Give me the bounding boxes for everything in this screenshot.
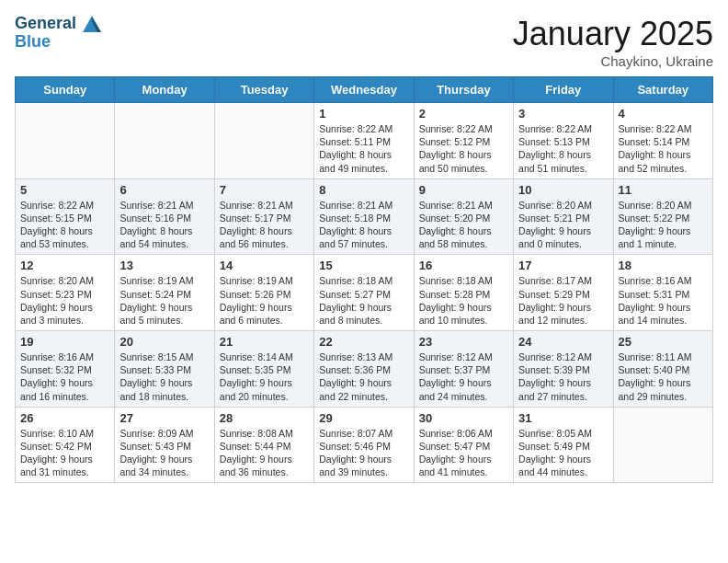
cell-info-line: Daylight: 9 hours — [119, 376, 209, 389]
calendar-day-25: 25Sunrise: 8:11 AMSunset: 5:40 PMDayligh… — [613, 331, 712, 408]
cell-info-line: Sunset: 5:13 PM — [518, 135, 608, 148]
cell-info-line: Daylight: 9 hours — [619, 301, 708, 314]
day-number: 27 — [119, 411, 209, 425]
cell-info-line: and 5 minutes. — [119, 314, 209, 327]
cell-info-line: Sunrise: 8:10 AM — [20, 427, 109, 440]
cell-info-line: and 56 minutes. — [220, 237, 309, 250]
cell-info-line: Sunset: 5:40 PM — [619, 363, 708, 376]
cell-info-line: Daylight: 9 hours — [319, 301, 408, 314]
cell-info-line: Daylight: 9 hours — [220, 301, 309, 314]
cell-info-line: Daylight: 9 hours — [119, 453, 209, 465]
cell-info-line: and 49 minutes. — [319, 162, 408, 175]
calendar-week-row: 19Sunrise: 8:16 AMSunset: 5:32 PMDayligh… — [16, 331, 713, 408]
calendar-day-9: 9Sunrise: 8:21 AMSunset: 5:20 PMDaylight… — [414, 178, 513, 255]
cell-info-line: Sunset: 5:22 PM — [619, 212, 708, 224]
calendar-day-empty — [115, 103, 214, 179]
cell-info-line: Sunrise: 8:20 AM — [20, 274, 109, 287]
cell-info-line: Sunset: 5:15 PM — [20, 212, 109, 224]
cell-info-line: Sunrise: 8:11 AM — [619, 350, 708, 363]
page-header: General Blue January 2025 Chaykino, Ukra… — [15, 15, 713, 69]
cell-info-line: Daylight: 9 hours — [419, 301, 508, 314]
cell-info-line: Sunrise: 8:16 AM — [20, 350, 109, 363]
cell-info-line: Daylight: 8 hours — [319, 224, 408, 237]
cell-info-line: and 3 minutes. — [20, 314, 109, 327]
cell-info-line: Sunrise: 8:19 AM — [220, 274, 309, 287]
day-header-monday: Monday — [115, 77, 214, 103]
cell-info-line: Sunset: 5:32 PM — [20, 363, 109, 376]
cell-info-line: Sunset: 5:33 PM — [119, 363, 209, 376]
calendar-day-30: 30Sunrise: 8:06 AMSunset: 5:47 PMDayligh… — [414, 407, 513, 483]
cell-info-line: Sunset: 5:29 PM — [518, 288, 608, 301]
cell-info-line: and 6 minutes. — [220, 314, 309, 327]
calendar-day-4: 4Sunrise: 8:22 AMSunset: 5:14 PMDaylight… — [613, 103, 712, 179]
calendar-day-15: 15Sunrise: 8:18 AMSunset: 5:27 PMDayligh… — [314, 255, 414, 331]
day-number: 19 — [20, 335, 109, 349]
cell-info-line: Daylight: 9 hours — [319, 453, 408, 465]
cell-info-line: and 12 minutes. — [518, 314, 608, 327]
logo-icon — [83, 16, 101, 32]
cell-info-line: Sunset: 5:14 PM — [619, 135, 708, 148]
cell-info-line: Sunrise: 8:22 AM — [20, 199, 109, 212]
calendar-day-24: 24Sunrise: 8:12 AMSunset: 5:39 PMDayligh… — [514, 331, 613, 408]
day-number: 26 — [20, 411, 109, 425]
day-number: 17 — [518, 259, 608, 272]
cell-info-line: and 34 minutes. — [119, 465, 209, 478]
day-number: 10 — [518, 183, 608, 197]
cell-info-line: Daylight: 9 hours — [419, 453, 508, 465]
day-number: 6 — [119, 183, 209, 197]
cell-info-line: Sunrise: 8:21 AM — [220, 199, 309, 212]
calendar-day-1: 1Sunrise: 8:22 AMSunset: 5:11 PMDaylight… — [314, 103, 414, 179]
cell-info-line: Sunset: 5:44 PM — [220, 440, 309, 453]
cell-info-line: Daylight: 8 hours — [319, 148, 408, 161]
day-number: 30 — [419, 411, 508, 425]
day-number: 12 — [20, 259, 109, 272]
cell-info-line: Sunset: 5:24 PM — [119, 288, 209, 301]
cell-info-line: Sunrise: 8:12 AM — [518, 350, 608, 363]
calendar-day-3: 3Sunrise: 8:22 AMSunset: 5:13 PMDaylight… — [514, 103, 613, 179]
cell-info-line: Sunrise: 8:08 AM — [220, 427, 309, 440]
day-number: 14 — [220, 259, 309, 272]
day-number: 2 — [419, 107, 508, 121]
calendar-day-19: 19Sunrise: 8:16 AMSunset: 5:32 PMDayligh… — [16, 331, 115, 408]
cell-info-line: Daylight: 9 hours — [220, 376, 309, 389]
cell-info-line: Daylight: 9 hours — [20, 301, 109, 314]
cell-info-line: Daylight: 9 hours — [20, 376, 109, 389]
day-number: 15 — [319, 259, 408, 272]
cell-info-line: Daylight: 8 hours — [518, 148, 608, 161]
cell-info-line: and 51 minutes. — [518, 162, 608, 175]
day-header-thursday: Thursday — [414, 77, 513, 103]
cell-info-line: and 1 minute. — [619, 237, 708, 250]
cell-info-line: Sunset: 5:12 PM — [419, 135, 508, 148]
cell-info-line: Daylight: 8 hours — [220, 224, 309, 237]
cell-info-line: Daylight: 8 hours — [419, 148, 508, 161]
cell-info-line: and 20 minutes. — [220, 390, 309, 403]
day-number: 24 — [518, 335, 608, 349]
cell-info-line: Sunrise: 8:09 AM — [119, 427, 209, 440]
cell-info-line: Sunrise: 8:22 AM — [619, 122, 708, 135]
cell-info-line: and 29 minutes. — [619, 390, 708, 403]
cell-info-line: and 53 minutes. — [20, 237, 109, 250]
calendar-day-28: 28Sunrise: 8:08 AMSunset: 5:44 PMDayligh… — [214, 407, 313, 483]
cell-info-line: Sunrise: 8:14 AM — [220, 350, 309, 363]
cell-info-line: Sunrise: 8:17 AM — [518, 274, 608, 287]
cell-info-line: Sunrise: 8:20 AM — [518, 199, 608, 212]
cell-info-line: Daylight: 9 hours — [20, 453, 109, 465]
cell-info-line: Daylight: 9 hours — [518, 301, 608, 314]
cell-info-line: and 10 minutes. — [419, 314, 508, 327]
day-number: 3 — [518, 107, 608, 121]
cell-info-line: Sunrise: 8:22 AM — [419, 122, 508, 135]
cell-info-line: Daylight: 9 hours — [518, 453, 608, 465]
calendar-week-row: 12Sunrise: 8:20 AMSunset: 5:23 PMDayligh… — [16, 255, 713, 331]
cell-info-line: Sunrise: 8:07 AM — [319, 427, 408, 440]
cell-info-line: and 41 minutes. — [419, 465, 508, 478]
day-number: 29 — [319, 411, 408, 425]
cell-info-line: and 14 minutes. — [619, 314, 708, 327]
cell-info-line: Daylight: 8 hours — [619, 148, 708, 161]
cell-info-line: and 22 minutes. — [319, 390, 408, 403]
cell-info-line: Sunrise: 8:22 AM — [319, 122, 408, 135]
calendar-subtitle: Chaykino, Ukraine — [513, 53, 713, 69]
cell-info-line: Sunset: 5:27 PM — [319, 288, 408, 301]
calendar-day-23: 23Sunrise: 8:12 AMSunset: 5:37 PMDayligh… — [414, 331, 513, 408]
cell-info-line: Sunrise: 8:12 AM — [419, 350, 508, 363]
cell-info-line: Daylight: 9 hours — [319, 376, 408, 389]
